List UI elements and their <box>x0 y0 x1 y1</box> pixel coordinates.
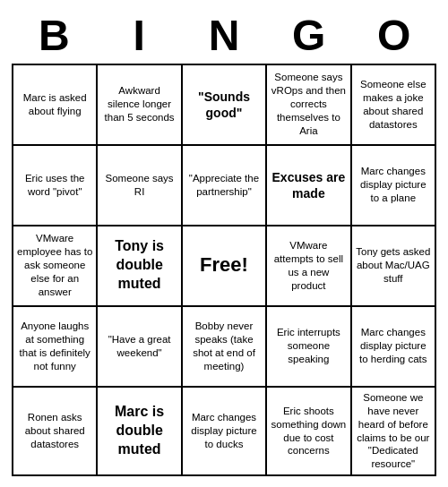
bingo-cell-r0c2[interactable]: "Sounds good" <box>183 65 267 146</box>
bingo-cell-r3c2[interactable]: Bobby never speaks (take shot at end of … <box>183 307 267 388</box>
bingo-cell-r2c2[interactable]: Free! <box>183 226 267 307</box>
bingo-cell-r2c1[interactable]: Tony is double muted <box>98 226 182 307</box>
bingo-cell-r0c4[interactable]: Someone else makes a joke about shared d… <box>352 65 436 146</box>
letter-b: B <box>13 11 94 60</box>
bingo-cell-r2c4[interactable]: Tony gets asked about Mac/UAG stuff <box>352 226 436 307</box>
bingo-cell-r3c3[interactable]: Eric interrupts someone speaking <box>267 307 351 388</box>
letter-i: I <box>99 11 179 60</box>
bingo-cell-r3c1[interactable]: "Have a great weekend" <box>98 307 182 388</box>
bingo-card: B I N G O Marc is asked about flyingAwkw… <box>4 4 444 484</box>
bingo-cell-r0c0[interactable]: Marc is asked about flying <box>13 65 98 146</box>
bingo-cell-r4c2[interactable]: Marc changes display picture to ducks <box>183 388 267 477</box>
bingo-cell-r0c1[interactable]: Awkward silence longer than 5 seconds <box>98 65 182 146</box>
bingo-cell-r2c3[interactable]: VMware attempts to sell us a new product <box>267 226 351 307</box>
letter-g: G <box>269 11 349 60</box>
bingo-cell-r1c0[interactable]: Eric uses the word "pivot" <box>13 146 98 226</box>
bingo-cell-r4c1[interactable]: Marc is double muted <box>98 388 182 477</box>
letter-o: O <box>354 11 435 60</box>
bingo-cell-r3c0[interactable]: Anyone laughs at something that is defin… <box>13 307 98 388</box>
bingo-cell-r4c4[interactable]: Someone we have never heard of before cl… <box>352 388 436 477</box>
bingo-title: B I N G O <box>12 11 436 60</box>
bingo-cell-r1c2[interactable]: "Appreciate the partnership" <box>183 146 267 226</box>
letter-n: N <box>184 11 264 60</box>
bingo-cell-r0c3[interactable]: Someone says vROps and then corrects the… <box>267 65 351 146</box>
bingo-grid: Marc is asked about flyingAwkward silenc… <box>12 64 436 477</box>
bingo-cell-r1c1[interactable]: Someone says RI <box>98 146 182 226</box>
bingo-cell-r3c4[interactable]: Marc changes display picture to herding … <box>352 307 436 388</box>
bingo-cell-r1c3[interactable]: Excuses are made <box>267 146 351 226</box>
bingo-cell-r4c0[interactable]: Ronen asks about shared datastores <box>13 388 98 477</box>
bingo-cell-r4c3[interactable]: Eric shoots something down due to cost c… <box>267 388 351 477</box>
bingo-cell-r1c4[interactable]: Marc changes display picture to a plane <box>352 146 436 226</box>
bingo-cell-r2c0[interactable]: VMware employee has to ask someone else … <box>13 226 98 307</box>
